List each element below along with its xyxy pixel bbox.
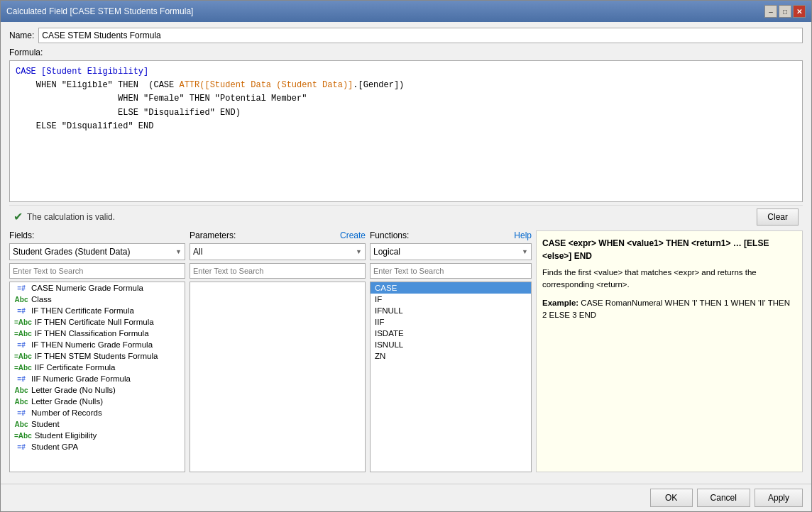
minimize-button[interactable]: – (764, 5, 777, 18)
valid-checkmark: ✔ (13, 210, 23, 223)
dialog-content: Name: Formula: CASE [Student Eligibility… (1, 22, 811, 484)
apply-button[interactable]: Apply (755, 489, 803, 507)
name-row: Name: (9, 28, 803, 43)
list-item[interactable]: =#IIF Numeric Grade Formula (10, 373, 185, 384)
params-panel: Parameters: Create All ▼ (190, 230, 366, 472)
help-link[interactable]: Help (514, 230, 532, 240)
list-item[interactable]: AbcLetter Grade (Nulls) (10, 396, 185, 407)
list-item[interactable]: =AbcIF THEN STEM Students Formula (10, 350, 185, 362)
help-title: CASE <expr> WHEN <value1> THEN <return1>… (542, 237, 796, 262)
main-window: Calculated Field [CASE STEM Students For… (0, 0, 812, 512)
list-item[interactable]: =#CASE Numeric Grade Formula (10, 282, 185, 294)
params-label: Parameters: (190, 230, 236, 240)
functions-search-input[interactable] (370, 263, 532, 279)
fields-list: =#CASE Numeric Grade FormulaAbcClass=#IF… (9, 282, 185, 472)
help-example-label: Example: (542, 299, 578, 307)
functions-list: CASEIFIFNULLIIFISDATEISNULLZN (370, 282, 532, 472)
params-panel-header: Parameters: Create (190, 230, 366, 240)
functions-panel: Functions: Help Logical ▼ CASEIFIFNULLII… (370, 230, 532, 472)
list-item[interactable]: =#Number of Records (10, 407, 185, 418)
ok-button[interactable]: OK (650, 489, 693, 507)
name-label: Name: (9, 30, 34, 40)
bottom-bar: OK Cancel Apply (1, 484, 811, 511)
list-item[interactable]: AbcClass (10, 294, 185, 305)
list-item[interactable]: =AbcIF THEN Certificate Null Formula (10, 316, 185, 328)
functions-label: Functions: (370, 230, 409, 240)
title-bar: Calculated Field [CASE STEM Students For… (1, 1, 811, 22)
list-item[interactable]: =#Student GPA (10, 441, 185, 452)
status-bar: ✔ The calculation is valid. Clear (9, 205, 803, 228)
validation-status: ✔ The calculation is valid. (13, 210, 115, 223)
list-item[interactable]: ZN (371, 350, 531, 362)
maximize-button[interactable]: □ (779, 5, 791, 18)
formula-editor[interactable]: CASE [Student Eligibility] WHEN "Eligibl… (9, 60, 803, 202)
help-example: Example: CASE RomanNumeral WHEN 'I' THEN… (542, 297, 796, 322)
list-item[interactable]: =AbcStudent Eligibility (10, 430, 185, 441)
clear-button[interactable]: Clear (757, 208, 799, 226)
list-item[interactable]: =AbcIIF Certificate Formula (10, 362, 185, 373)
fields-search-input[interactable] (9, 263, 185, 279)
close-button[interactable]: ✕ (793, 5, 806, 18)
fields-label: Fields: (9, 230, 34, 240)
functions-panel-header: Functions: Help (370, 230, 532, 240)
help-description: Finds the first <value> that matches <ex… (542, 267, 796, 291)
functions-dropdown[interactable]: Logical ▼ (370, 243, 532, 260)
list-item[interactable]: =AbcIF THEN Classification Formula (10, 328, 185, 339)
window-controls: – □ ✕ (764, 5, 806, 18)
list-item[interactable]: ISDATE (371, 328, 531, 339)
functions-dropdown-value: Logical (373, 247, 400, 257)
list-item[interactable]: =#IF THEN Numeric Grade Formula (10, 339, 185, 350)
fields-dropdown[interactable]: Student Grades (Student Data) ▼ (9, 243, 185, 260)
list-item[interactable]: ISNULL (371, 339, 531, 350)
fields-dropdown-value: Student Grades (Student Data) (13, 247, 130, 257)
window-title: Calculated Field [CASE STEM Students For… (6, 6, 193, 16)
cancel-button[interactable]: Cancel (697, 489, 750, 507)
params-list (190, 282, 366, 472)
functions-dropdown-arrow: ▼ (522, 248, 528, 255)
help-panel: CASE <expr> WHEN <value1> THEN <return1>… (536, 230, 803, 472)
list-item[interactable]: IFNULL (371, 305, 531, 316)
params-dropdown-arrow: ▼ (356, 248, 362, 255)
fields-panel-header: Fields: (9, 230, 185, 240)
list-item[interactable]: AbcStudent (10, 418, 185, 430)
create-link[interactable]: Create (340, 230, 366, 240)
lower-section: Fields: Student Grades (Student Data) ▼ … (9, 230, 803, 478)
params-dropdown[interactable]: All ▼ (190, 243, 366, 260)
fields-panel: Fields: Student Grades (Student Data) ▼ … (9, 230, 185, 472)
list-item[interactable]: AbcLetter Grade (No Nulls) (10, 384, 185, 396)
list-item[interactable]: IF (371, 294, 531, 305)
name-input[interactable] (38, 28, 803, 43)
valid-text: The calculation is valid. (27, 212, 115, 222)
params-dropdown-value: All (193, 247, 202, 257)
help-example-code: CASE RomanNumeral WHEN 'I' THEN 1 WHEN '… (542, 299, 790, 319)
list-item[interactable]: =#IF THEN Certificate Formula (10, 305, 185, 316)
params-search-input[interactable] (190, 263, 366, 279)
fields-dropdown-arrow: ▼ (175, 248, 182, 255)
list-item[interactable]: CASE (371, 282, 531, 294)
formula-label: Formula: (9, 48, 803, 57)
list-item[interactable]: IIF (371, 316, 531, 328)
